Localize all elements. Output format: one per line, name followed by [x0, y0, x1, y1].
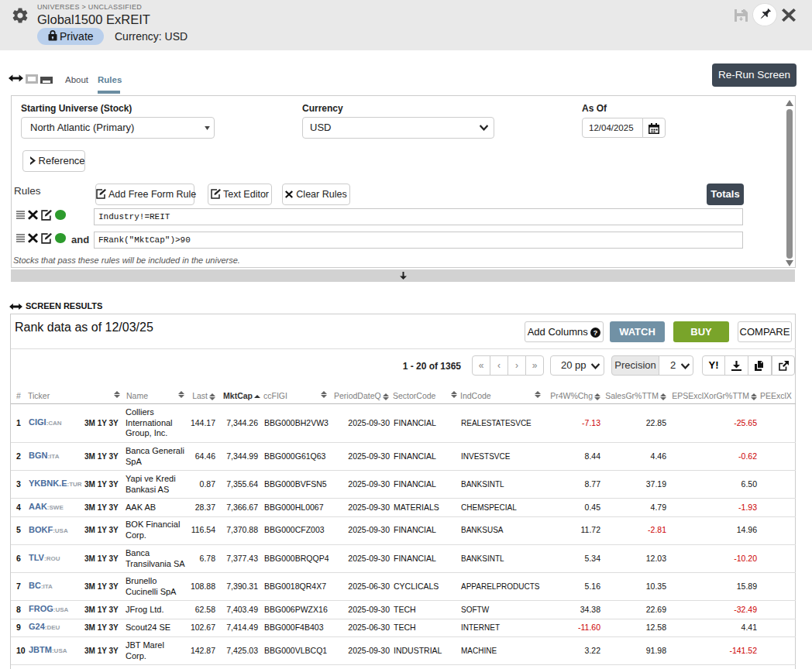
svg-text:?: ? [594, 328, 598, 336]
